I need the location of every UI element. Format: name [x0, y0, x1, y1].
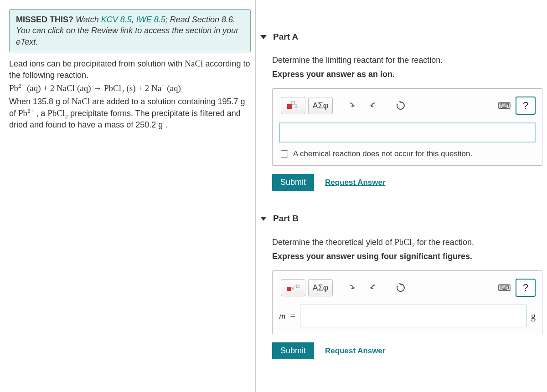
- reaction-equation: Pb2+ (aq) + 2 NaCl (aq) → PbCl2 (s) + 2 …: [9, 82, 251, 94]
- problem-statement: Lead ions can be precipitated from solut…: [9, 58, 251, 130]
- svg-rect-1: [292, 102, 294, 104]
- reset-button[interactable]: [390, 97, 411, 114]
- part-b-answer-box: √ ΑΣφ: [272, 270, 542, 334]
- unit-label: g: [531, 311, 536, 321]
- part-b-header[interactable]: Part B: [260, 214, 542, 224]
- part-a-prompt: Determine the limiting reactant for the …: [272, 56, 542, 65]
- part-a-submit-button[interactable]: Submit: [272, 174, 314, 191]
- undo-button[interactable]: [339, 280, 360, 296]
- part-a-header[interactable]: Part A: [260, 32, 542, 42]
- part-b-request-answer[interactable]: Request Answer: [325, 346, 386, 356]
- svg-text:√: √: [291, 285, 295, 291]
- redo-button[interactable]: [365, 280, 386, 296]
- undo-button[interactable]: [339, 97, 360, 114]
- help-button[interactable]: ?: [516, 279, 536, 297]
- part-b-instruction: Express your answer using four significa…: [272, 252, 542, 261]
- reset-button[interactable]: [390, 280, 411, 296]
- svg-rect-2: [287, 287, 291, 291]
- svg-rect-4: [296, 285, 299, 288]
- part-a-instruction: Express your answer as an ion.: [272, 70, 542, 79]
- iwe-link[interactable]: IWE 8.5: [136, 15, 165, 24]
- hint-box: MISSED THIS? Watch KCV 8.5, IWE 8.5; Rea…: [9, 9, 251, 52]
- help-button[interactable]: ?: [516, 97, 536, 115]
- chem-templates-button[interactable]: [281, 97, 305, 114]
- greek-symbols-button[interactable]: ΑΣφ: [308, 279, 333, 296]
- part-b-answer-input[interactable]: [300, 305, 526, 327]
- kcv-link[interactable]: KCV 8.5: [101, 15, 132, 24]
- no-reaction-label: A chemical reaction does not occur for t…: [293, 149, 472, 158]
- svg-rect-0: [287, 104, 292, 109]
- chevron-down-icon: [260, 217, 267, 221]
- part-b-submit-button[interactable]: Submit: [272, 342, 314, 359]
- greek-symbols-button[interactable]: ΑΣφ: [308, 97, 333, 114]
- keyboard-icon[interactable]: ⌨: [498, 100, 511, 111]
- part-a-answer-box: ΑΣφ ⌨ ?: [272, 88, 542, 166]
- part-a-answer-input[interactable]: [279, 122, 536, 143]
- hint-prefix: MISSED THIS?: [16, 15, 73, 24]
- part-b-prompt: Determine the theoretical yield of PbCl2…: [272, 237, 542, 247]
- chevron-down-icon: [260, 35, 267, 39]
- variable-label: m: [279, 311, 285, 321]
- redo-button[interactable]: [365, 97, 386, 114]
- part-a-request-answer[interactable]: Request Answer: [325, 178, 386, 187]
- math-templates-button[interactable]: √: [281, 279, 305, 296]
- no-reaction-checkbox[interactable]: [281, 150, 288, 158]
- keyboard-icon[interactable]: ⌨: [498, 282, 511, 293]
